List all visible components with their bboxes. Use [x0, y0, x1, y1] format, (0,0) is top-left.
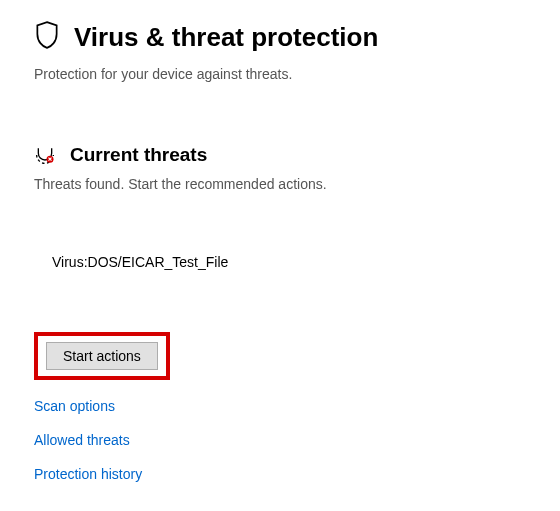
section-subtitle-current-threats: Threats found. Start the recommended act…: [34, 176, 526, 192]
protection-history-link[interactable]: Protection history: [34, 466, 142, 482]
actions-area: Start actions Scan options Allowed threa…: [34, 332, 526, 482]
page-header: Virus & threat protection: [34, 20, 526, 54]
scan-options-link[interactable]: Scan options: [34, 398, 115, 414]
allowed-threats-link[interactable]: Allowed threats: [34, 432, 130, 448]
section-header-current-threats: Current threats: [34, 144, 526, 166]
page-subtitle: Protection for your device against threa…: [34, 66, 526, 82]
highlight-annotation: Start actions: [34, 332, 170, 380]
page-title: Virus & threat protection: [74, 22, 378, 53]
threat-alert-icon: [34, 145, 56, 165]
threat-item: Virus:DOS/EICAR_Test_File: [34, 254, 526, 270]
section-title-current-threats: Current threats: [70, 144, 207, 166]
shield-icon: [34, 20, 60, 54]
start-actions-button[interactable]: Start actions: [46, 342, 158, 370]
